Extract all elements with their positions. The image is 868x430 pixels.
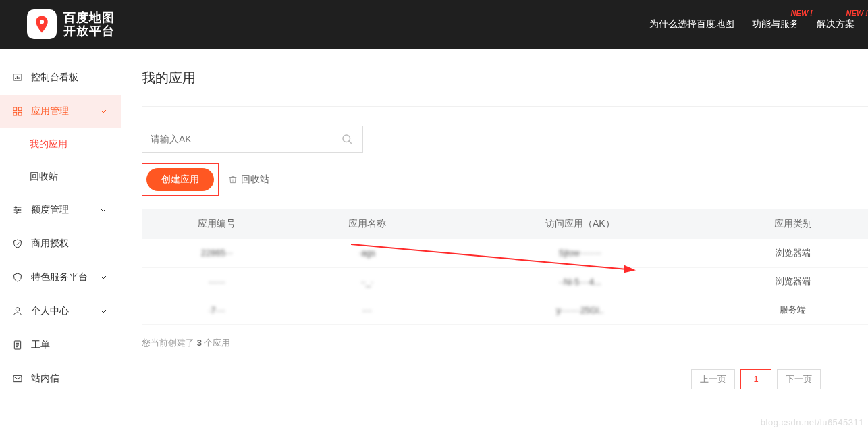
svg-rect-20 (13, 375, 22, 381)
next-page-button[interactable]: 下一页 (777, 369, 821, 389)
svg-rect-8 (18, 112, 22, 115)
user-icon (12, 306, 23, 317)
chevron-down-icon (98, 306, 109, 317)
table-header-row: 应用编号 应用名称 访问应用（AK） 应用类别 (142, 209, 868, 239)
nav-solutions[interactable]: 解决方案NEW ! (817, 18, 855, 30)
svg-rect-6 (18, 107, 22, 111)
sidebar-quota[interactable]: 额度管理 (0, 193, 121, 227)
nav-why[interactable]: 为什么选择百度地图 (649, 18, 734, 30)
sidebar-item-label: 商用授权 (31, 238, 69, 250)
search-button[interactable] (331, 126, 363, 153)
apps-card: 创建应用 回收站 应用编号 应用名称 访问应用（AK） 应用类别 (142, 106, 868, 410)
svg-point-15 (16, 308, 19, 311)
top-nav: 为什么选择百度地图 功能与服务NEW ! 解决方案NEW ! (649, 18, 855, 30)
chevron-down-icon (98, 106, 109, 117)
sidebar-item-label: 个人中心 (31, 305, 69, 317)
action-row: 创建应用 回收站 (142, 163, 868, 196)
search-input[interactable] (142, 126, 331, 153)
sidebar-item-label: 特色服务平台 (31, 271, 88, 284)
nav-features[interactable]: 功能与服务NEW ! (752, 18, 799, 30)
sidebar-my-apps[interactable]: 我的应用 (0, 128, 121, 161)
doc-icon (12, 340, 23, 350)
svg-rect-7 (13, 112, 17, 115)
sidebar-license[interactable]: 商用授权 (0, 227, 121, 261)
col-id: 应用编号 (142, 209, 292, 239)
col-type: 应用类别 (717, 209, 868, 239)
sidebar-recycle[interactable]: 回收站 (0, 161, 121, 193)
sidebar-item-label: 额度管理 (31, 204, 69, 216)
mail-icon (12, 373, 23, 384)
svg-point-0 (40, 20, 44, 24)
pagination: 上一页 1 下一页 (142, 349, 868, 410)
dashboard-icon (12, 72, 23, 83)
sidebar-item-label: 控制台看板 (31, 72, 78, 84)
table-row[interactable]: ·7···· ···· y········25Gl.. 服务端 (142, 296, 868, 324)
summary-text: 您当前创建了 3 个应用 (142, 337, 868, 349)
search-row (142, 126, 868, 153)
main-panel: 我的应用 创建应用 回收站 应用编号 (121, 49, 868, 430)
table-row[interactable]: ······· ··_· ··Ni·5····4... 浏览器端 (142, 267, 868, 296)
chevron-down-icon (98, 205, 109, 215)
svg-rect-1 (13, 74, 22, 80)
tag-icon (12, 272, 23, 283)
logo-icon (27, 9, 57, 39)
svg-line-22 (349, 141, 352, 144)
recycle-link[interactable]: 回收站 (228, 173, 269, 186)
top-header: 百度地图 开放平台 为什么选择百度地图 功能与服务NEW ! 解决方案NEW ! (0, 0, 868, 49)
create-highlight-box: 创建应用 (142, 163, 219, 196)
shield-icon (12, 238, 23, 249)
sidebar-dashboard[interactable]: 控制台看板 (0, 61, 121, 95)
trash-icon (228, 175, 238, 184)
page-1-button[interactable]: 1 (740, 369, 771, 389)
apps-table: 应用编号 应用名称 访问应用（AK） 应用类别 22865··· ·ags Sj… (142, 209, 868, 325)
logo[interactable]: 百度地图 开放平台 (27, 9, 115, 39)
sidebar-services[interactable]: 特色服务平台 (0, 261, 121, 294)
create-app-button[interactable]: 创建应用 (146, 168, 214, 191)
logo-text: 百度地图 开放平台 (63, 11, 115, 38)
sidebar-tickets[interactable]: 工单 (0, 328, 121, 362)
sidebar-item-label: 站内信 (31, 373, 59, 385)
sidebar-apps[interactable]: 应用管理 (0, 95, 121, 128)
search-icon (341, 133, 353, 145)
sidebar-messages[interactable]: 站内信 (0, 362, 121, 396)
sliders-icon (12, 205, 23, 215)
svg-rect-5 (13, 107, 17, 111)
table-row[interactable]: 22865··· ·ags Sjlow········· 浏览器端 (142, 239, 868, 267)
col-ak: 访问应用（AK） (442, 209, 717, 239)
sidebar-item-label: 应用管理 (31, 105, 69, 117)
new-badge: NEW ! (791, 9, 813, 17)
sidebar-item-label: 工单 (31, 339, 50, 351)
chevron-down-icon (98, 272, 109, 283)
prev-page-button[interactable]: 上一页 (691, 369, 735, 389)
sidebar: 控制台看板 应用管理 我的应用 回收站 额度管理 商用授权 特色服务平台 个人中… (0, 49, 121, 430)
col-name: 应用名称 (292, 209, 443, 239)
page-title: 我的应用 (142, 69, 868, 87)
svg-point-21 (343, 135, 350, 142)
sidebar-profile[interactable]: 个人中心 (0, 294, 121, 328)
new-badge: NEW ! (846, 9, 868, 17)
watermark: blog.csdn.net/lu6545311 (761, 417, 864, 427)
apps-icon (12, 106, 23, 117)
